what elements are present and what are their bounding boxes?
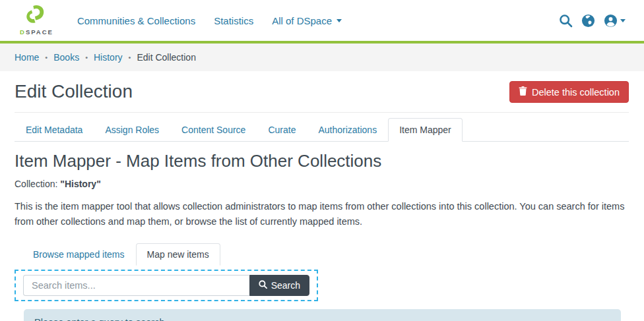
search-form-focus-outline: Search — [15, 270, 318, 301]
main-content: Edit Collection Delete this collection E… — [0, 81, 644, 321]
caret-down-icon — [337, 19, 342, 22]
tab-curate[interactable]: Curate — [257, 118, 307, 142]
tab-item-mapper[interactable]: Item Mapper — [388, 118, 463, 142]
subtab-map-new-items[interactable]: Map new items — [136, 243, 220, 266]
main-nav: Communities & Collections Statistics All… — [77, 15, 342, 26]
breadcrumb-books[interactable]: Books — [53, 52, 79, 63]
globe-icon[interactable] — [581, 14, 595, 28]
nav-statistics[interactable]: Statistics — [214, 15, 253, 26]
edit-collection-tabs: Edit Metadata Assign Roles Content Sourc… — [15, 118, 629, 142]
title-divider — [15, 112, 629, 113]
dspace-logo[interactable]: DSPACE — [20, 5, 53, 36]
tab-authorizations[interactable]: Authorizations — [307, 118, 388, 142]
page-title: Edit Collection — [15, 81, 133, 102]
tab-edit-metadata[interactable]: Edit Metadata — [15, 118, 94, 142]
caret-down-icon — [620, 19, 626, 22]
collection-line: Collection: "History" — [15, 179, 629, 189]
nav-all-of-dspace[interactable]: All of DSpace — [272, 15, 342, 26]
breadcrumb-history[interactable]: History — [94, 52, 123, 63]
breadcrumb-home[interactable]: Home — [15, 52, 39, 63]
item-mapper-description: This is the item mapper tool that allows… — [15, 199, 629, 230]
user-icon[interactable] — [604, 14, 626, 28]
search-button[interactable]: Search — [249, 275, 309, 296]
info-alert: Please enter a query to search — [24, 309, 621, 321]
search-input-group: Search — [23, 275, 309, 296]
top-navbar: DSPACE Communities & Collections Statist… — [0, 0, 644, 41]
breadcrumb-separator: • — [85, 53, 88, 61]
subtab-browse-mapped-items[interactable]: Browse mapped items — [22, 243, 136, 266]
tab-assign-roles[interactable]: Assign Roles — [94, 118, 170, 142]
tab-content-source[interactable]: Content Source — [170, 118, 257, 142]
dspace-wordmark: DSPACE — [20, 28, 53, 36]
breadcrumb: Home • Books • History • Edit Collection — [0, 44, 644, 71]
delete-collection-button[interactable]: Delete this collection — [509, 81, 629, 103]
search-icon[interactable] — [559, 14, 573, 28]
breadcrumb-current: Edit Collection — [137, 52, 196, 63]
breadcrumb-separator: • — [129, 53, 131, 61]
dspace-logo-icon — [24, 5, 49, 28]
nav-communities-collections[interactable]: Communities & Collections — [77, 15, 195, 26]
search-icon — [259, 280, 267, 291]
header-icons — [559, 14, 626, 28]
item-mapper-subtabs: Browse mapped items Map new items — [22, 243, 629, 266]
breadcrumb-separator: • — [45, 53, 48, 61]
search-input[interactable] — [23, 275, 249, 296]
collection-name: "History" — [60, 179, 101, 189]
trash-icon — [519, 86, 527, 98]
item-mapper-heading: Item Mapper - Map Items from Other Colle… — [15, 151, 629, 171]
